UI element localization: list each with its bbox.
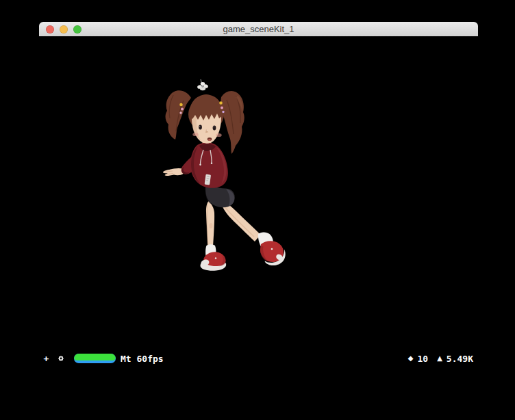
app-window: game_sceneKit_1 <box>39 22 478 369</box>
window-title: game_sceneKit_1 <box>223 24 294 34</box>
scenekit-view[interactable]: + Mt 60fps ◆ 10 ▲ 5.4 <box>39 36 478 369</box>
head-flower <box>197 79 208 90</box>
character-mouth <box>208 137 212 141</box>
triangles-value: 5.49K <box>447 354 473 364</box>
minimize-button[interactable] <box>60 25 68 34</box>
frame-time-bar-fill <box>74 354 116 360</box>
triangles-icon: ▲ <box>437 355 442 362</box>
frame-time-bar <box>74 354 116 363</box>
character-jacket <box>190 142 228 187</box>
character-front-leg <box>200 201 226 271</box>
zoom-button[interactable] <box>73 25 81 34</box>
character-back-leg <box>220 198 286 265</box>
triangles-counter: ▲ 5.49K <box>437 354 473 364</box>
window-titlebar[interactable]: game_sceneKit_1 <box>39 22 478 37</box>
statistics-hud: + Mt 60fps ◆ 10 ▲ 5.4 <box>39 352 478 365</box>
fps-label: Mt 60fps <box>121 352 164 365</box>
character-head <box>179 79 224 144</box>
character <box>39 36 478 369</box>
draw-calls-counter: ◆ 10 <box>408 354 428 364</box>
gear-icon[interactable] <box>56 352 65 365</box>
draw-calls-icon: ◆ <box>408 355 414 362</box>
draw-calls-value: 10 <box>418 354 429 364</box>
traffic-lights <box>46 22 81 36</box>
close-button[interactable] <box>46 25 54 34</box>
stats-expand-button[interactable]: + <box>42 352 51 365</box>
